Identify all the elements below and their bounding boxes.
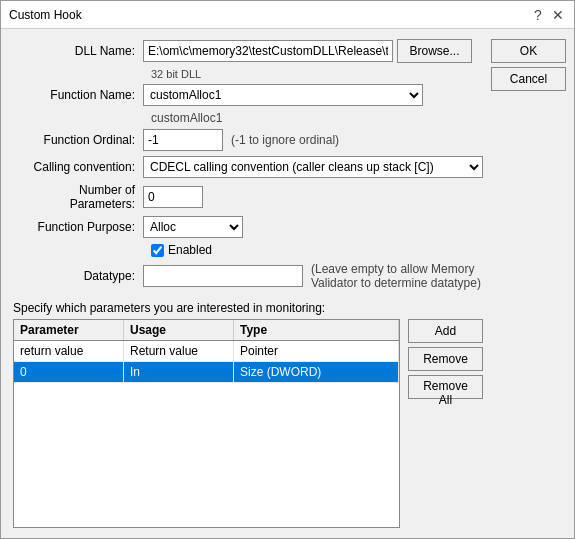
type-cell: Size (DWORD) [234, 362, 399, 382]
function-purpose-row: Function Purpose: Alloc [13, 216, 483, 238]
ordinal-hint: (-1 to ignore ordinal) [231, 133, 339, 147]
enabled-row: Enabled [151, 243, 483, 257]
cancel-button[interactable]: Cancel [491, 67, 566, 91]
param-cell: 0 [14, 362, 124, 382]
dll-name-label: DLL Name: [13, 44, 143, 58]
params-hint: Specify which parameters you are interes… [13, 301, 483, 315]
enabled-label[interactable]: Enabled [151, 243, 212, 257]
table-body: return value Return value Pointer 0 In S… [14, 341, 399, 527]
usage-cell: In [124, 362, 234, 382]
header-parameter: Parameter [14, 320, 124, 340]
num-params-input[interactable] [143, 186, 203, 208]
function-name-sub: customAlloc1 [151, 111, 483, 125]
title-bar: Custom Hook ? ✕ [1, 1, 574, 29]
datatype-label: Datatype: [13, 269, 143, 283]
datatype-hint: (Leave empty to allow Memory Validator t… [311, 262, 483, 290]
params-buttons: Add Remove Remove All [408, 319, 483, 528]
header-type: Type [234, 320, 399, 340]
table-row[interactable]: return value Return value Pointer [14, 341, 399, 362]
function-purpose-select[interactable]: Alloc [143, 216, 243, 238]
num-params-row: Number of Parameters: [13, 183, 483, 211]
function-purpose-label: Function Purpose: [13, 220, 143, 234]
calling-convention-select[interactable]: CDECL calling convention (caller cleans … [143, 156, 483, 178]
param-cell: return value [14, 341, 124, 361]
enabled-checkbox[interactable] [151, 244, 164, 257]
remove-button[interactable]: Remove [408, 347, 483, 371]
add-button[interactable]: Add [408, 319, 483, 343]
params-table: Parameter Usage Type return value Return… [13, 319, 400, 528]
calling-convention-label: Calling convention: [13, 160, 143, 174]
function-ordinal-input[interactable] [143, 129, 223, 151]
function-name-label: Function Name: [13, 88, 143, 102]
custom-hook-dialog: Custom Hook ? ✕ DLL Name: Browse... 32 b… [0, 0, 575, 539]
ok-button[interactable]: OK [491, 39, 566, 63]
datatype-row: Datatype: (Leave empty to allow Memory V… [13, 262, 483, 290]
dll-name-input[interactable] [143, 40, 393, 62]
header-usage: Usage [124, 320, 234, 340]
help-button[interactable]: ? [530, 7, 546, 23]
function-ordinal-label: Function Ordinal: [13, 133, 143, 147]
num-params-label: Number of Parameters: [13, 183, 143, 211]
type-cell: Pointer [234, 341, 399, 361]
params-section: Specify which parameters you are interes… [13, 301, 483, 528]
right-buttons: OK Cancel [491, 39, 566, 528]
calling-convention-row: Calling convention: CDECL calling conven… [13, 156, 483, 178]
params-area: Parameter Usage Type return value Return… [13, 319, 483, 528]
dll-bit-info: 32 bit DLL [151, 68, 483, 80]
dialog-body: DLL Name: Browse... 32 bit DLL Function … [1, 29, 574, 538]
function-name-row: Function Name: customAlloc1 [13, 84, 483, 106]
browse-button[interactable]: Browse... [397, 39, 472, 63]
dll-name-row: DLL Name: Browse... [13, 39, 483, 63]
function-ordinal-row: Function Ordinal: (-1 to ignore ordinal) [13, 129, 483, 151]
usage-cell: Return value [124, 341, 234, 361]
datatype-input[interactable] [143, 265, 303, 287]
function-name-select[interactable]: customAlloc1 [143, 84, 423, 106]
close-button[interactable]: ✕ [550, 7, 566, 23]
form-area: DLL Name: Browse... 32 bit DLL Function … [13, 39, 483, 528]
table-row[interactable]: 0 In Size (DWORD) [14, 362, 399, 383]
remove-all-button[interactable]: Remove All [408, 375, 483, 399]
title-bar-controls: ? ✕ [530, 7, 566, 23]
table-header: Parameter Usage Type [14, 320, 399, 341]
dialog-title: Custom Hook [9, 8, 82, 22]
